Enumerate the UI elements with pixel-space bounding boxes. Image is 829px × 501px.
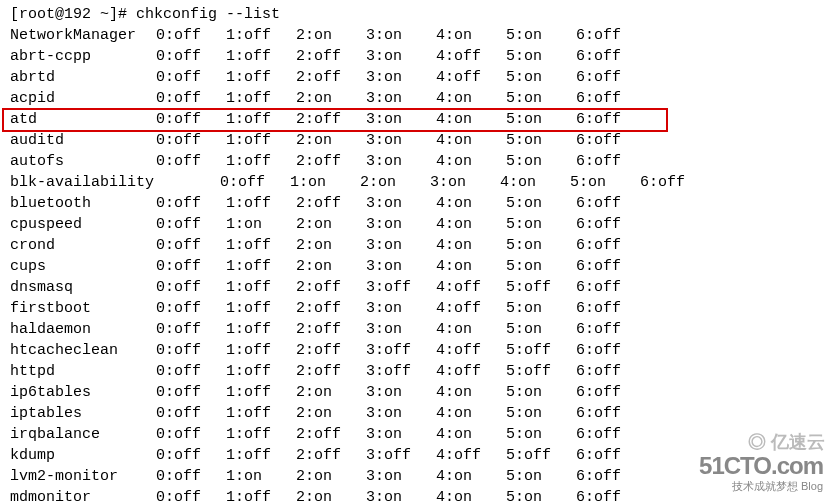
- service-name: crond: [10, 235, 156, 256]
- runlevel-cell: 0:off: [156, 361, 226, 382]
- runlevel-cell: 3:on: [366, 67, 436, 88]
- runlevel-cell: 1:off: [226, 67, 296, 88]
- runlevel-cell: 2:on: [296, 235, 366, 256]
- runlevel-cell: 5:on: [506, 130, 576, 151]
- service-row: cpuspeed0:off1:on2:on3:on4:on5:on6:off: [10, 214, 829, 235]
- runlevel-cell: 4:on: [436, 256, 506, 277]
- service-row: haldaemon0:off1:off2:off3:on4:on5:on6:of…: [10, 319, 829, 340]
- runlevel-cell: 1:off: [226, 46, 296, 67]
- runlevel-cell: 0:off: [156, 466, 226, 487]
- runlevel-cell: 5:on: [506, 235, 576, 256]
- runlevel-cell: 3:on: [366, 298, 436, 319]
- runlevel-cell: 0:off: [156, 445, 226, 466]
- runlevel-cell: 3:on: [366, 151, 436, 172]
- runlevel-cell: 2:on: [360, 172, 430, 193]
- service-name: haldaemon: [10, 319, 156, 340]
- runlevel-cell: 3:on: [366, 256, 436, 277]
- runlevel-cell: 5:off: [506, 277, 576, 298]
- service-row: ip6tables0:off1:off2:on3:on4:on5:on6:off: [10, 382, 829, 403]
- service-row: abrt-ccpp0:off1:off2:off3:on4:off5:on6:o…: [10, 46, 829, 67]
- runlevel-cell: 5:on: [506, 424, 576, 445]
- runlevel-cell: 0:off: [156, 130, 226, 151]
- runlevel-cell: 3:on: [430, 172, 500, 193]
- terminal-output: [root@192 ~]# chkconfig --listNetworkMan…: [0, 0, 829, 501]
- runlevel-cell: 1:off: [226, 361, 296, 382]
- service-name: kdump: [10, 445, 156, 466]
- runlevel-cell: 0:off: [156, 277, 226, 298]
- runlevel-cell: 6:off: [576, 151, 646, 172]
- runlevel-cell: 1:off: [226, 277, 296, 298]
- service-row: bluetooth0:off1:off2:off3:on4:on5:on6:of…: [10, 193, 829, 214]
- runlevel-cell: 3:on: [366, 25, 436, 46]
- runlevel-cell: 2:off: [296, 151, 366, 172]
- runlevel-cell: 2:off: [296, 67, 366, 88]
- runlevel-cell: 3:on: [366, 130, 436, 151]
- service-name: cups: [10, 256, 156, 277]
- runlevel-cell: 6:off: [576, 424, 646, 445]
- runlevel-cell: 5:on: [506, 25, 576, 46]
- runlevel-cell: 5:on: [506, 298, 576, 319]
- runlevel-cell: 4:on: [436, 130, 506, 151]
- runlevel-cell: 4:on: [436, 235, 506, 256]
- runlevel-cell: 2:off: [296, 277, 366, 298]
- runlevel-cell: 1:on: [226, 466, 296, 487]
- runlevel-cell: 2:off: [296, 445, 366, 466]
- runlevel-cell: 3:off: [366, 361, 436, 382]
- runlevel-cell: 4:on: [436, 403, 506, 424]
- runlevel-cell: 1:off: [226, 151, 296, 172]
- runlevel-cell: 1:off: [226, 298, 296, 319]
- runlevel-cell: 0:off: [156, 256, 226, 277]
- runlevel-cell: 0:off: [156, 109, 226, 130]
- runlevel-cell: 5:on: [506, 256, 576, 277]
- service-row: blk-availability0:off1:on2:on3:on4:on5:o…: [10, 172, 829, 193]
- runlevel-cell: 0:off: [156, 340, 226, 361]
- runlevel-cell: 2:off: [296, 298, 366, 319]
- runlevel-cell: 3:off: [366, 340, 436, 361]
- runlevel-cell: 3:on: [366, 466, 436, 487]
- runlevel-cell: 4:on: [436, 25, 506, 46]
- runlevel-cell: 0:off: [156, 235, 226, 256]
- runlevel-cell: 1:off: [226, 88, 296, 109]
- runlevel-cell: 2:off: [296, 193, 366, 214]
- prompt-line[interactable]: [root@192 ~]# chkconfig --list: [10, 4, 829, 25]
- runlevel-cell: 4:on: [500, 172, 570, 193]
- runlevel-cell: 6:off: [576, 130, 646, 151]
- runlevel-cell: 4:on: [436, 151, 506, 172]
- service-name: blk-availability: [10, 172, 220, 193]
- runlevel-cell: 0:off: [156, 88, 226, 109]
- runlevel-cell: 4:off: [436, 361, 506, 382]
- runlevel-cell: 5:on: [506, 214, 576, 235]
- service-row: iptables0:off1:off2:on3:on4:on5:on6:off: [10, 403, 829, 424]
- runlevel-cell: 1:off: [226, 424, 296, 445]
- runlevel-cell: 6:off: [576, 319, 646, 340]
- runlevel-cell: 0:off: [156, 319, 226, 340]
- runlevel-cell: 6:off: [576, 277, 646, 298]
- service-name: autofs: [10, 151, 156, 172]
- runlevel-cell: 1:off: [226, 235, 296, 256]
- service-row: cups0:off1:off2:on3:on4:on5:on6:off: [10, 256, 829, 277]
- runlevel-cell: 2:on: [296, 403, 366, 424]
- runlevel-cell: 3:on: [366, 403, 436, 424]
- service-name: firstboot: [10, 298, 156, 319]
- runlevel-cell: 4:on: [436, 214, 506, 235]
- runlevel-cell: 3:on: [366, 88, 436, 109]
- runlevel-cell: 2:off: [296, 361, 366, 382]
- runlevel-cell: 0:off: [156, 424, 226, 445]
- runlevel-cell: 5:on: [506, 487, 576, 501]
- runlevel-cell: 2:on: [296, 466, 366, 487]
- runlevel-cell: 2:on: [296, 214, 366, 235]
- runlevel-cell: 6:off: [576, 214, 646, 235]
- service-name: htcacheclean: [10, 340, 156, 361]
- runlevel-cell: 5:on: [506, 46, 576, 67]
- runlevel-cell: 5:on: [506, 403, 576, 424]
- runlevel-cell: 6:off: [576, 25, 646, 46]
- runlevel-cell: 1:off: [226, 487, 296, 501]
- service-row: firstboot0:off1:off2:off3:on4:off5:on6:o…: [10, 298, 829, 319]
- service-row: dnsmasq0:off1:off2:off3:off4:off5:off6:o…: [10, 277, 829, 298]
- service-name: lvm2-monitor: [10, 466, 156, 487]
- runlevel-cell: 2:on: [296, 25, 366, 46]
- runlevel-cell: 4:on: [436, 109, 506, 130]
- runlevel-cell: 1:off: [226, 382, 296, 403]
- runlevel-cell: 6:off: [576, 67, 646, 88]
- runlevel-cell: 5:off: [506, 445, 576, 466]
